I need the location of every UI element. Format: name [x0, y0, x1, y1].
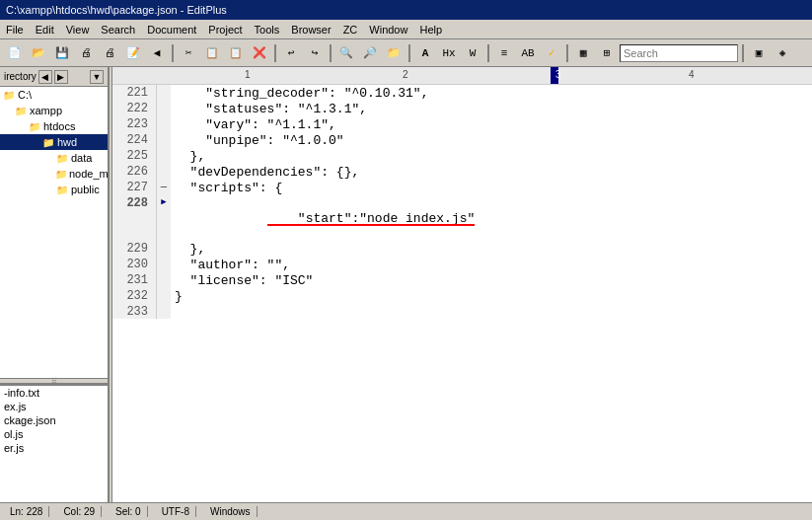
- line-num-225: 225: [112, 148, 157, 164]
- file-item-er[interactable]: er.js: [0, 441, 108, 455]
- menu-help[interactable]: Help: [413, 22, 448, 37]
- toolbar-redo[interactable]: ↪: [304, 42, 326, 64]
- line-marker-226: [157, 164, 171, 180]
- search-input[interactable]: [620, 44, 738, 62]
- table-row: 230 "author": "",: [112, 257, 812, 272]
- toolbar-cut[interactable]: ✂: [178, 42, 199, 64]
- tree-item-node-modules[interactable]: 📁 node_mo...: [0, 166, 108, 182]
- ruler-mark-1: 1: [245, 69, 251, 80]
- menu-view[interactable]: View: [60, 22, 96, 37]
- file-item-ol[interactable]: ol.js: [0, 427, 108, 441]
- title-bar: C:\xampp\htdocs\hwd\package.json - EditP…: [0, 0, 812, 20]
- table-row: 222 "statuses": "^1.3.1",: [112, 101, 812, 116]
- line-marker-225: [157, 148, 171, 164]
- sidebar-arrow-left[interactable]: ◀: [38, 70, 52, 84]
- sidebar-arrow-right[interactable]: ▶: [54, 70, 68, 84]
- toolbar-find[interactable]: 🔍: [335, 42, 357, 64]
- line-content-230: "author": "",: [171, 257, 812, 272]
- code-lines: 221 "string_decoder": "^0.10.31", 222 "s…: [112, 85, 812, 319]
- toolbar-undo[interactable]: ↩: [280, 42, 302, 64]
- table-row: 227 − "scripts": {: [112, 180, 812, 195]
- menu-bar: File Edit View Search Document Project T…: [0, 20, 812, 39]
- toolbar-wordcount[interactable]: AB: [517, 42, 539, 64]
- tree-item-public[interactable]: 📁 public: [0, 182, 108, 197]
- toolbar-open[interactable]: 📂: [28, 42, 49, 64]
- toolbar-check[interactable]: ✓: [541, 42, 562, 64]
- tree-item-htdocs[interactable]: 📁 htdocs: [0, 118, 108, 134]
- tree-item-hwd[interactable]: 📁 hwd: [0, 134, 108, 150]
- toolbar-highlight[interactable]: Hx: [438, 42, 460, 64]
- editor-area: 1 2 3 4 221 "string_decoder": "^0.10.31"…: [112, 67, 812, 502]
- toolbar-print-preview[interactable]: 🖨: [75, 42, 97, 64]
- menu-edit[interactable]: Edit: [30, 22, 60, 37]
- tree-label-xampp: xampp: [30, 105, 62, 116]
- toolbar-paste[interactable]: 📋: [225, 42, 247, 64]
- line-content-228: "start":"node index.js": [171, 195, 812, 241]
- menu-project[interactable]: Project: [202, 22, 248, 37]
- table-row: 232 }: [112, 288, 812, 304]
- file-item-package[interactable]: ckage.json: [0, 413, 108, 427]
- tree-item-data[interactable]: 📁 data: [0, 150, 108, 166]
- file-item-ex[interactable]: ex.js: [0, 400, 108, 413]
- menu-file[interactable]: File: [0, 22, 30, 37]
- toolbar-sep3: [330, 44, 332, 62]
- toolbar-sep2: [274, 44, 276, 62]
- toolbar-print[interactable]: 🖨: [99, 42, 120, 64]
- toolbar-new[interactable]: 📄: [4, 42, 26, 64]
- line-marker-222: [157, 101, 171, 116]
- line-marker-228: ▶: [157, 195, 171, 241]
- menu-document[interactable]: Document: [141, 22, 202, 37]
- menu-browser[interactable]: Browser: [285, 22, 336, 37]
- table-row: 233: [112, 304, 812, 319]
- line-marker-227[interactable]: −: [157, 180, 171, 195]
- sidebar: irectory ◀ ▶ ▼ 📁 C:\ 📁 xampp 📁 htdocs 📁 …: [0, 67, 109, 502]
- toolbar-spell[interactable]: 📝: [122, 42, 144, 64]
- toolbar-replace[interactable]: 🔎: [359, 42, 381, 64]
- code-area[interactable]: 221 "string_decoder": "^0.10.31", 222 "s…: [112, 85, 812, 502]
- status-eol: Windows: [204, 506, 258, 517]
- menu-tools[interactable]: Tools: [249, 22, 286, 37]
- table-row: 229 },: [112, 241, 812, 257]
- toolbar-sep7: [742, 44, 744, 62]
- toolbar-btn-extra2[interactable]: ◈: [772, 42, 793, 64]
- tree-item-xampp[interactable]: 📁 xampp: [0, 103, 108, 118]
- toolbar-delete[interactable]: ❌: [249, 42, 270, 64]
- toolbar-bold[interactable]: A: [414, 42, 436, 64]
- sidebar-header: irectory ◀ ▶ ▼: [0, 67, 108, 87]
- menu-window[interactable]: Window: [363, 22, 413, 37]
- line-marker-221: [157, 85, 171, 101]
- toolbar-lines[interactable]: ≡: [493, 42, 515, 64]
- line-num-233: 233: [112, 304, 157, 319]
- line-content-223: "vary": "^1.1.1",: [171, 116, 812, 132]
- main-layout: irectory ◀ ▶ ▼ 📁 C:\ 📁 xampp 📁 htdocs 📁 …: [0, 67, 812, 502]
- file-item-info[interactable]: -info.txt: [0, 386, 108, 400]
- line-num-223: 223: [112, 116, 157, 132]
- tree-item-c[interactable]: 📁 C:\: [0, 87, 108, 103]
- line-num-229: 229: [112, 241, 157, 257]
- line-marker-223: [157, 116, 171, 132]
- line-num-221: 221: [112, 85, 157, 101]
- toolbar-btn-extra1[interactable]: ▣: [748, 42, 770, 64]
- toolbar-back[interactable]: ◀: [146, 42, 168, 64]
- toolbar-view2[interactable]: ⊞: [596, 42, 618, 64]
- menu-zc[interactable]: ZC: [337, 22, 364, 37]
- toolbar-findfile[interactable]: 📁: [383, 42, 405, 64]
- current-line-span: "start":"node index.js": [267, 211, 476, 226]
- ruler-content: 1 2 3 4: [116, 67, 808, 84]
- folder-icon-data: 📁: [55, 151, 69, 165]
- tree-label-data: data: [71, 152, 92, 164]
- line-marker-233: [157, 304, 171, 319]
- line-marker-231: [157, 272, 171, 288]
- sidebar-tree: 📁 C:\ 📁 xampp 📁 htdocs 📁 hwd 📁 data 📁: [0, 87, 108, 378]
- tree-label-public: public: [71, 184, 100, 195]
- toolbar-save[interactable]: 💾: [51, 42, 73, 64]
- toolbar-col[interactable]: ▦: [572, 42, 594, 64]
- line-num-226: 226: [112, 164, 157, 180]
- line-content-221: "string_decoder": "^0.10.31",: [171, 85, 812, 101]
- toolbar-w[interactable]: W: [462, 42, 483, 64]
- toolbar-copy[interactable]: 📋: [201, 42, 223, 64]
- menu-search[interactable]: Search: [95, 22, 141, 37]
- sidebar-close[interactable]: ▼: [90, 70, 104, 84]
- table-row: 221 "string_decoder": "^0.10.31",: [112, 85, 812, 101]
- title-text: C:\xampp\htdocs\hwd\package.json - EditP…: [6, 4, 227, 16]
